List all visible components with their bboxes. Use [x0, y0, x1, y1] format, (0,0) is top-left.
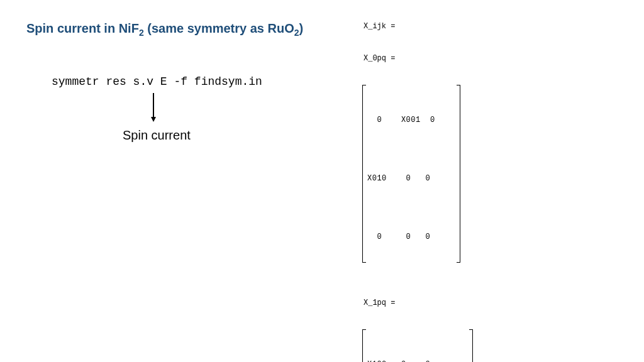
x1pq-label: X_1pq = [364, 298, 513, 308]
command-line: symmetr res s.v E -f findsym.in [52, 75, 262, 88]
xijk-header: X_ijk = [364, 21, 513, 31]
matrix-x0pq: 0 X001 0 X010 0 0 0 0 0 [364, 85, 513, 263]
spin-current-label: Spin current [123, 128, 191, 143]
arrow-down [153, 93, 154, 121]
slide-title: Spin current in NiF2 (same symmetry as R… [26, 21, 303, 38]
matrix-x1pq: X100 0 0 0 X111 0 0 0 X122 [364, 329, 513, 362]
tensor-output: X_ijk = X_0pq = 0 X001 0 X010 0 0 0 0 0 … [364, 0, 513, 362]
x0pq-label: X_0pq = [364, 53, 513, 63]
